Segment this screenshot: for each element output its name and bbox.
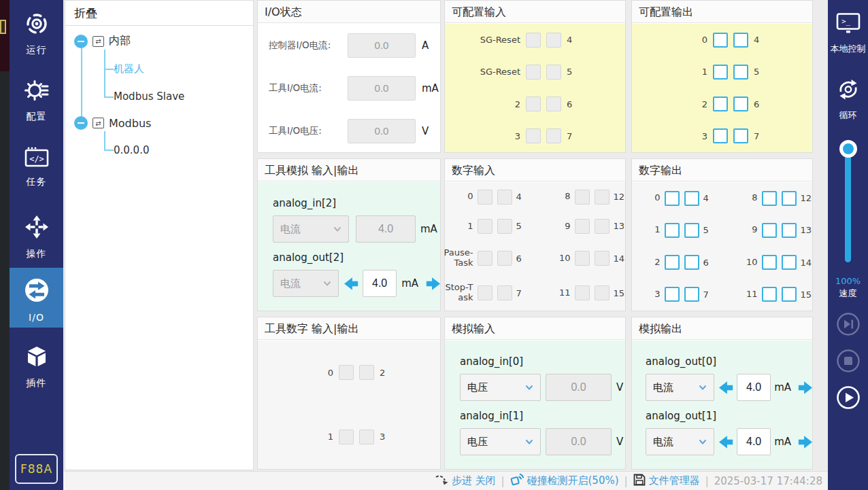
- sidebar-item-operate[interactable]: 操作: [10, 207, 63, 264]
- mode-select[interactable]: 电流: [646, 374, 714, 401]
- output-toggle-checkbox[interactable]: [665, 287, 680, 302]
- decrement-arrow-button[interactable]: [344, 277, 359, 290]
- channel-label: 3: [632, 131, 707, 141]
- sidebar-item-task[interactable]: </> 任务: [10, 139, 63, 196]
- analog-in-row: 电流 mA: [273, 215, 440, 243]
- sidebar-item-label: 配置: [27, 111, 47, 123]
- speed-slider-track[interactable]: [845, 149, 851, 262]
- digital-output-panel: 数字输出 04 812 15 913 26 1014 37 1115: [631, 158, 813, 311]
- stop-button: [837, 349, 860, 372]
- tree-node-label[interactable]: Modbus: [109, 117, 151, 130]
- output-toggle-checkbox[interactable]: [762, 287, 777, 302]
- tool-digital-row: 0 2: [258, 365, 440, 380]
- play-button[interactable]: [837, 386, 860, 409]
- loop-refresh-icon: [836, 78, 861, 104]
- robot-model-badge[interactable]: F88A: [15, 454, 58, 484]
- tree-connector-line: [104, 97, 114, 98]
- channel-label: 14: [614, 253, 629, 264]
- configurable-output-row: 3 7: [632, 128, 812, 143]
- channel-label: 9: [727, 225, 758, 235]
- channel-label: 7: [703, 290, 718, 300]
- channel-label: 3: [445, 131, 520, 141]
- channel-label: 13: [801, 225, 816, 235]
- analog-channel-label: analog_out[0]: [646, 355, 812, 368]
- collision-detection-status[interactable]: 碰撞检测开启(50%): [510, 473, 619, 489]
- analog-out-row: 电流 mA: [646, 428, 812, 455]
- analog-value-field[interactable]: [363, 270, 397, 297]
- tree-node-ip[interactable]: 0.0.0.0: [114, 144, 149, 156]
- decrement-arrow-button[interactable]: [719, 436, 734, 449]
- output-toggle-checkbox[interactable]: [665, 255, 680, 270]
- mode-select[interactable]: 电压: [460, 374, 541, 401]
- output-toggle-checkbox[interactable]: [713, 65, 728, 80]
- output-toggle-checkbox[interactable]: [684, 255, 699, 270]
- increment-arrow-button[interactable]: [425, 277, 440, 290]
- channel-label: 8: [727, 193, 758, 203]
- channel-label: 5: [516, 221, 531, 231]
- increment-arrow-button[interactable]: [797, 381, 812, 394]
- tree-node-internal: ⇄ 内部: [74, 34, 131, 48]
- digital-output-row: 15 913: [632, 223, 812, 238]
- output-toggle-checkbox[interactable]: [665, 223, 680, 238]
- tree-node-robot[interactable]: 机器人: [114, 63, 144, 75]
- panel-title: 工具模拟 输入|输出: [258, 159, 440, 181]
- configurable-input-row: 3 7: [445, 128, 625, 143]
- output-toggle-checkbox[interactable]: [733, 97, 748, 111]
- output-toggle-checkbox[interactable]: [684, 287, 699, 302]
- output-toggle-checkbox[interactable]: [762, 223, 777, 238]
- sidebar-item-plugin[interactable]: 插件: [10, 337, 63, 394]
- tree-collapse-header[interactable]: 折叠: [65, 1, 253, 26]
- output-toggle-checkbox[interactable]: [713, 97, 728, 111]
- channel-label: Stop-Task: [442, 283, 473, 303]
- tool-digital-row: 1 3: [258, 430, 440, 444]
- channel-label: 3: [380, 432, 385, 442]
- left-sidebar: 运行 配置: [10, 0, 63, 490]
- analog-value-field[interactable]: [737, 428, 771, 455]
- increment-arrow-button[interactable]: [797, 436, 812, 449]
- output-toggle-checkbox[interactable]: [733, 33, 748, 48]
- input-state-checkbox: [339, 365, 354, 380]
- step-mode-status[interactable]: 步进 关闭: [435, 474, 496, 488]
- output-toggle-checkbox[interactable]: [684, 191, 699, 206]
- mode-select: 电流: [273, 270, 339, 297]
- sidebar-item-io[interactable]: I/O: [10, 268, 63, 328]
- separator: |: [705, 475, 709, 487]
- input-state-checkbox: [595, 251, 610, 266]
- configurable-output-row: 2 6: [632, 97, 812, 111]
- app-window: 运行 配置: [0, 0, 868, 490]
- output-toggle-checkbox[interactable]: [684, 223, 699, 238]
- mode-select[interactable]: 电压: [460, 428, 541, 455]
- tree-node-modbus-slave[interactable]: Modbus Slave: [114, 90, 184, 103]
- loop-button[interactable]: 循环: [828, 78, 868, 122]
- speed-slider-handle[interactable]: [839, 140, 857, 158]
- input-state-checkbox: [575, 219, 590, 234]
- sidebar-item-run[interactable]: 运行: [10, 4, 63, 61]
- decrement-arrow-button[interactable]: [719, 381, 734, 394]
- analog-channel-label: analog_in[1]: [460, 410, 625, 422]
- output-toggle-checkbox[interactable]: [713, 128, 728, 143]
- file-manager-button[interactable]: 文件管理器: [633, 474, 700, 489]
- mode-select[interactable]: 电流: [646, 428, 714, 455]
- output-toggle-checkbox[interactable]: [733, 128, 748, 143]
- output-toggle-checkbox[interactable]: [782, 191, 797, 206]
- collapse-node-button[interactable]: [74, 116, 88, 130]
- tree-connector-line: [104, 131, 105, 151]
- output-toggle-checkbox[interactable]: [762, 255, 777, 270]
- output-toggle-checkbox[interactable]: [665, 191, 680, 206]
- output-toggle-checkbox[interactable]: [733, 65, 748, 80]
- output-toggle-checkbox[interactable]: [782, 223, 797, 238]
- sidebar-item-config[interactable]: 配置: [10, 71, 63, 128]
- output-toggle-checkbox[interactable]: [762, 191, 777, 206]
- output-toggle-checkbox[interactable]: [782, 287, 797, 302]
- channel-label: 1: [629, 225, 661, 235]
- local-control-button[interactable]: >_ 本地控制: [828, 12, 868, 55]
- output-toggle-checkbox[interactable]: [782, 255, 797, 270]
- collision-detection-icon: [510, 473, 524, 489]
- collapse-node-button[interactable]: [74, 35, 88, 48]
- loop-label: 循环: [839, 109, 857, 122]
- analog-value-field[interactable]: [737, 374, 771, 401]
- io-status-panel: I/O状态 控制器I/O电流: A 工具I/O电流: mA 工具I/O电压: V: [257, 0, 441, 153]
- channel-label: 12: [801, 193, 816, 203]
- output-toggle-checkbox[interactable]: [713, 33, 728, 48]
- tree-node-label[interactable]: 内部: [109, 34, 131, 48]
